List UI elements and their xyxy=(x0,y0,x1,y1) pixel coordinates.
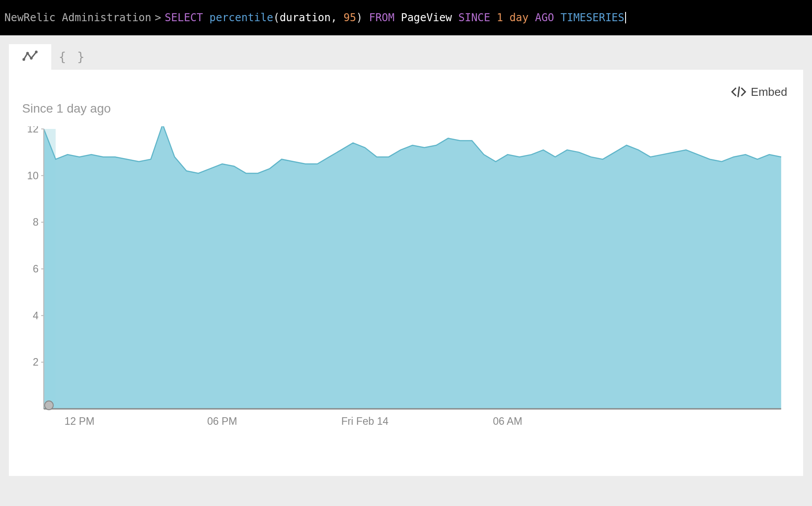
svg-text:06 AM: 06 AM xyxy=(493,415,523,427)
text-cursor xyxy=(625,12,626,23)
chart-panel: Embed Since 1 day ago 2468101212 PM06 PM… xyxy=(9,70,803,476)
svg-text:12: 12 xyxy=(27,126,38,135)
svg-text:2: 2 xyxy=(33,356,38,368)
svg-text:Fri Feb 14: Fri Feb 14 xyxy=(341,415,388,427)
svg-text:10: 10 xyxy=(27,170,38,181)
chart-subtitle: Since 1 day ago xyxy=(22,102,790,116)
svg-text:8: 8 xyxy=(33,216,38,228)
svg-point-0 xyxy=(23,58,25,61)
line-chart-icon xyxy=(23,49,38,64)
svg-text:06 PM: 06 PM xyxy=(207,415,237,427)
embed-button[interactable]: Embed xyxy=(731,84,787,100)
svg-point-2 xyxy=(30,57,33,60)
svg-line-4 xyxy=(738,87,739,97)
breadcrumb[interactable]: NewRelic Administration xyxy=(4,11,151,24)
embed-label: Embed xyxy=(751,85,787,99)
tab-json[interactable]: { } xyxy=(51,44,94,70)
query-bar[interactable]: NewRelic Administration > SELECT percent… xyxy=(0,0,812,35)
chart-area[interactable]: 2468101212 PM06 PMFri Feb 1406 AM xyxy=(25,126,785,435)
area-chart: 2468101212 PM06 PMFri Feb 1406 AM xyxy=(25,126,785,435)
breadcrumb-separator: > xyxy=(155,11,161,24)
code-icon xyxy=(731,84,747,100)
view-tabs: { } xyxy=(9,44,803,70)
svg-point-1 xyxy=(26,52,29,54)
svg-text:4: 4 xyxy=(33,310,38,321)
tab-chart[interactable] xyxy=(9,44,51,70)
svg-point-3 xyxy=(35,51,38,53)
svg-text:12 PM: 12 PM xyxy=(65,415,95,427)
braces-icon: { } xyxy=(59,50,87,64)
svg-point-24 xyxy=(45,401,53,410)
query-input[interactable]: SELECT percentile(duration, 95) FROM Pag… xyxy=(165,11,624,24)
svg-text:6: 6 xyxy=(33,263,38,275)
